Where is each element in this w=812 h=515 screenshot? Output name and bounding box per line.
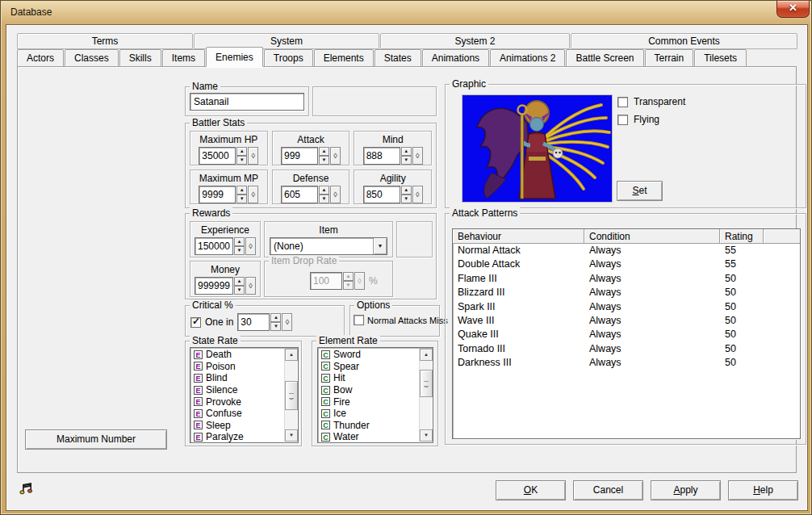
state-rate-item[interactable]: EPoison bbox=[191, 361, 283, 373]
one-in-checkbox[interactable]: ✓ bbox=[190, 317, 201, 328]
attack-pattern-row[interactable]: Flame IIIAlways50 bbox=[453, 272, 800, 286]
tab-tilesets[interactable]: Tilesets bbox=[694, 49, 747, 67]
mind-spinner[interactable]: ▲▼ ◊ bbox=[363, 147, 423, 165]
element-rate-item[interactable]: CFire bbox=[319, 396, 418, 408]
flying-checkbox[interactable] bbox=[617, 115, 628, 125]
element-rate-listbox[interactable]: CSword CSpear CHit CBow CFire CIce CThun… bbox=[317, 347, 433, 443]
spin-diamond-icon[interactable]: ◊ bbox=[248, 147, 258, 165]
scroll-up-icon[interactable]: ▲ bbox=[285, 349, 298, 361]
spin-down-icon[interactable]: ▼ bbox=[401, 195, 412, 203]
spin-down-icon[interactable]: ▼ bbox=[270, 322, 281, 331]
name-input[interactable] bbox=[190, 93, 304, 111]
state-rate-scrollbar[interactable]: ▲ ▼ bbox=[284, 349, 297, 442]
tab-common-events[interactable]: Common Events bbox=[571, 33, 797, 49]
attack-pattern-row[interactable]: Quake IIIAlways50 bbox=[453, 328, 800, 341]
tab-system2[interactable]: System 2 bbox=[380, 33, 570, 49]
state-rate-item[interactable]: EParalyze bbox=[191, 431, 283, 443]
scroll-up-icon[interactable]: ▲ bbox=[420, 349, 433, 361]
critical-value[interactable] bbox=[237, 313, 270, 331]
tab-classes[interactable]: Classes bbox=[65, 49, 119, 67]
spin-up-icon[interactable]: ▲ bbox=[236, 147, 247, 156]
element-rate-item[interactable]: CHit bbox=[319, 372, 418, 384]
set-button[interactable]: Set bbox=[617, 181, 663, 201]
close-button[interactable]: ✕ bbox=[776, 1, 810, 18]
spin-down-icon[interactable]: ▼ bbox=[234, 246, 245, 255]
experience-spinner[interactable]: ▲▼ ◊ bbox=[195, 237, 256, 255]
tab-actors[interactable]: Actors bbox=[17, 49, 64, 67]
spin-down-icon[interactable]: ▼ bbox=[236, 195, 247, 203]
tab-animations2[interactable]: Animations 2 bbox=[490, 49, 565, 67]
attack-spinner[interactable]: ▲▼ ◊ bbox=[281, 147, 341, 165]
ok-button[interactable]: OK bbox=[496, 480, 566, 500]
spin-down-icon[interactable]: ▼ bbox=[319, 195, 329, 203]
element-rate-item[interactable]: CBow bbox=[319, 384, 418, 396]
spin-up-icon[interactable]: ▲ bbox=[236, 186, 247, 195]
element-rate-item[interactable]: CSword bbox=[319, 349, 418, 361]
scrollbar-thumb[interactable] bbox=[285, 381, 298, 410]
column-header-behaviour[interactable]: Behaviour bbox=[453, 229, 584, 244]
maximum-hp-value[interactable] bbox=[199, 147, 236, 165]
state-rate-item[interactable]: EDeath bbox=[191, 349, 283, 361]
tab-enemies[interactable]: Enemies bbox=[206, 47, 263, 67]
attack-pattern-row[interactable]: Darkness IIIAlways50 bbox=[453, 356, 800, 370]
transparent-checkbox[interactable] bbox=[617, 97, 628, 107]
state-rate-item[interactable]: ESilence bbox=[191, 384, 283, 396]
element-rate-scrollbar[interactable]: ▲ ▼ bbox=[419, 349, 432, 442]
attack-pattern-row[interactable]: Wave IIIAlways50 bbox=[453, 314, 800, 328]
tab-troops[interactable]: Troops bbox=[264, 49, 313, 67]
spin-diamond-icon[interactable]: ◊ bbox=[330, 186, 341, 203]
spin-down-icon[interactable]: ▼ bbox=[401, 156, 412, 165]
attack-pattern-row[interactable]: Tornado IIIAlways50 bbox=[453, 342, 800, 356]
spin-diamond-icon[interactable]: ◊ bbox=[412, 147, 423, 165]
tab-items[interactable]: Items bbox=[162, 49, 205, 67]
spin-up-icon[interactable]: ▲ bbox=[401, 147, 412, 156]
spin-up-icon[interactable]: ▲ bbox=[270, 313, 281, 322]
tab-skills[interactable]: Skills bbox=[119, 49, 161, 67]
spin-up-icon[interactable]: ▲ bbox=[319, 186, 329, 195]
tab-terms[interactable]: Terms bbox=[17, 33, 193, 49]
help-button[interactable]: Help bbox=[728, 480, 798, 500]
cancel-button[interactable]: Cancel bbox=[573, 480, 643, 500]
attack-pattern-row[interactable]: Blizzard IIIAlways50 bbox=[453, 286, 800, 299]
money-value[interactable] bbox=[195, 277, 233, 295]
attack-patterns-table[interactable]: Behaviour Condition Rating Normal Attack… bbox=[452, 228, 801, 439]
money-spinner[interactable]: ▲▼ ◊ bbox=[195, 277, 256, 295]
mind-value[interactable] bbox=[363, 147, 400, 165]
spin-diamond-icon[interactable]: ◊ bbox=[245, 237, 256, 255]
attack-pattern-row[interactable]: Normal AttackAlways55 bbox=[453, 244, 800, 258]
attack-pattern-row[interactable]: Spark IIIAlways50 bbox=[453, 300, 800, 314]
spin-diamond-icon[interactable]: ◊ bbox=[248, 186, 258, 203]
column-header-rating[interactable]: Rating bbox=[720, 229, 764, 244]
maximum-hp-spinner[interactable]: ▲▼ ◊ bbox=[199, 147, 258, 165]
tab-animations[interactable]: Animations bbox=[422, 49, 489, 67]
spin-diamond-icon[interactable]: ◊ bbox=[330, 147, 341, 165]
tab-elements[interactable]: Elements bbox=[314, 49, 374, 67]
spin-up-icon[interactable]: ▲ bbox=[234, 277, 245, 286]
spin-down-icon[interactable]: ▼ bbox=[234, 286, 245, 295]
state-rate-item[interactable]: EBlind bbox=[191, 372, 283, 384]
apply-button[interactable]: Apply bbox=[651, 480, 721, 500]
attack-value[interactable] bbox=[281, 147, 318, 165]
dropdown-arrow-icon[interactable]: ▼ bbox=[373, 238, 387, 254]
battler-image[interactable] bbox=[462, 94, 613, 203]
element-rate-item[interactable]: CIce bbox=[319, 408, 418, 420]
spin-diamond-icon[interactable]: ◊ bbox=[245, 277, 256, 295]
attack-pattern-row[interactable]: Double AttackAlways55 bbox=[453, 258, 800, 271]
tab-terrain[interactable]: Terrain bbox=[645, 49, 694, 67]
scroll-down-icon[interactable]: ▼ bbox=[285, 429, 298, 442]
normal-attacks-miss-checkbox[interactable] bbox=[354, 315, 364, 325]
maximum-mp-value[interactable] bbox=[199, 186, 236, 203]
scrollbar-thumb[interactable] bbox=[420, 370, 433, 397]
tab-states[interactable]: States bbox=[375, 49, 421, 67]
maximum-mp-spinner[interactable]: ▲▼ ◊ bbox=[199, 186, 258, 203]
item-dropdown[interactable]: (None) ▼ bbox=[270, 237, 387, 255]
maximum-number-button[interactable]: Maximum Number bbox=[25, 429, 167, 450]
spin-up-icon[interactable]: ▲ bbox=[234, 237, 245, 246]
spin-up-icon[interactable]: ▲ bbox=[319, 147, 329, 156]
state-rate-item[interactable]: ESleep bbox=[191, 420, 283, 432]
element-rate-item[interactable]: CThunder bbox=[319, 420, 418, 432]
state-rate-item[interactable]: EProvoke bbox=[191, 396, 283, 408]
defense-spinner[interactable]: ▲▼ ◊ bbox=[281, 186, 341, 203]
spin-down-icon[interactable]: ▼ bbox=[236, 156, 247, 165]
scroll-down-icon[interactable]: ▼ bbox=[420, 429, 433, 442]
